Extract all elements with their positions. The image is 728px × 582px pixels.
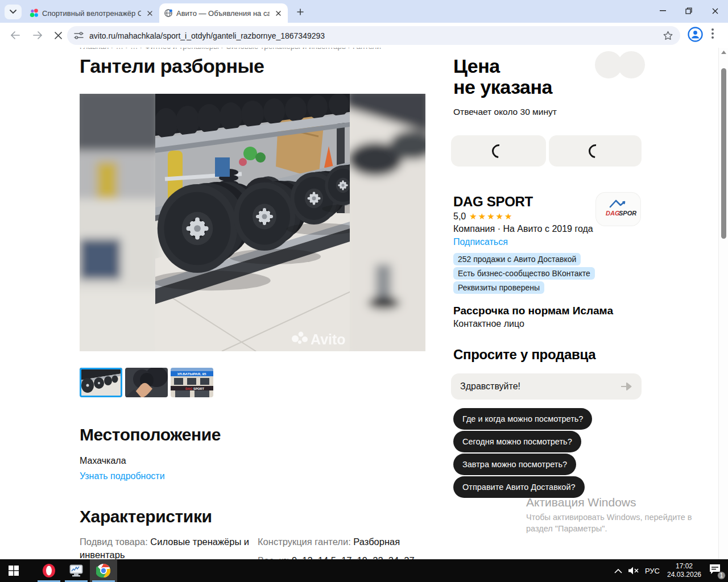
storefront-sign-sport: SPORT [193,387,205,390]
restore-icon [685,7,692,14]
seller-badges: 252 продажи с Авито Доставкой Есть бизне… [453,253,624,296]
badge-verified: Реквизиты проверены [453,281,544,294]
thumbnail-2-hand-plate[interactable] [125,368,168,397]
tab-bike-trainer[interactable]: Спортивный велотренажёр О [25,3,159,23]
back-icon [10,31,20,39]
opera-icon [42,563,56,578]
badge-sales: 252 продажи с Авито Доставкой [453,253,581,265]
secondary-action-button-loading[interactable] [549,135,642,167]
location-heading: Местоположение [80,425,221,444]
bookmark-star-icon[interactable] [663,31,673,41]
watermark-text: Avito [311,331,346,347]
site-settings-icon [74,31,84,40]
windows-taskbar: РУС 17:02 24.03.2026 1 [0,559,728,582]
share-button-skeleton[interactable] [618,51,645,78]
globe-favicon [164,9,173,18]
screen: Спортивный велотренажёр О Авито — Объявл… [0,0,728,582]
seller-info: Компания · На Авито с 2019 года [453,224,593,234]
taskbar-task-manager[interactable] [63,559,90,582]
scrollbar-thumb[interactable] [721,68,726,239]
message-input[interactable]: Здравствуйте! [451,373,642,400]
photo-blur-right [346,94,425,351]
forward-icon [33,31,43,39]
breadcrumb[interactable]: Главная › … › … › Фитнес и тренажеры › С… [80,48,444,52]
plus-icon [297,9,304,15]
new-tab-button[interactable] [293,5,307,19]
minimize-button[interactable] [650,0,676,22]
location-city: Махачкала [80,456,126,466]
windows-activation-watermark: Активация Windows Чтобы активировать Win… [526,496,692,534]
close-window-button[interactable] [702,0,728,22]
characteristic-item: Конструкция гантели: Разборная Вес, кг: … [258,535,432,559]
close-tab-icon[interactable] [144,8,155,18]
logo-text-sport: SPORT [619,210,636,217]
chrome-icon [96,563,111,578]
characteristic-item: Подвид товара: Силовые тренажёры и инвен… [80,535,250,559]
minimize-icon [660,10,666,11]
seller-contact-label: Контактное лицо [453,319,524,329]
language-indicator[interactable]: РУС [645,567,660,575]
tab-avito-listing[interactable]: Авито — Объявления на сайте [159,3,288,23]
tray-expand-icon[interactable] [614,568,622,573]
characteristic-item: Вес, кг: 9, 12, 14,5, 17, 19, 22, 24, 27… [258,554,432,559]
browser-menu-button[interactable] [712,28,714,39]
taskbar-clock[interactable]: 17:02 24.03.2026 [665,562,703,579]
loading-spinner-icon [489,142,508,161]
close-tab-icon[interactable] [273,8,283,18]
photo-blur-left [80,94,161,351]
rating-stars-icon: ★★★★★ [469,211,513,221]
characteristics-list: Подвид товара: Силовые тренажёры и инвен… [80,535,432,559]
storefront-sign-dag: DAG [185,387,192,390]
message-input-value: Здравствуйте! [460,381,620,392]
storefront-banner-text: УЛ.БАТЫРАЯ, 95 [177,372,206,376]
page-title: Гантели разборные [80,55,264,77]
send-icon[interactable] [620,381,632,392]
location-details-link[interactable]: Узнать подробности [80,471,165,481]
loading-spinner-icon [586,142,605,161]
price-line-2: не указана [453,76,552,98]
seller-name[interactable]: DAG SPORT [453,194,533,210]
close-icon [712,8,718,14]
tab-search-button[interactable] [5,5,22,19]
volume-muted-icon[interactable] [628,566,639,575]
taskbar-chrome[interactable] [90,559,117,582]
seller-rating[interactable]: 5,0★★★★★ [453,211,514,222]
restore-button[interactable] [676,0,702,22]
quick-question-delivery[interactable]: Отправите Авито Доставкой? [453,476,585,498]
main-photo[interactable]: Avito [80,94,425,351]
system-tray: РУС 17:02 24.03.2026 1 [614,559,723,582]
forward-button[interactable] [30,27,46,43]
notification-center-button[interactable]: 1 [709,563,723,578]
thumbnail-3-storefront[interactable]: УЛ.БАТЫРАЯ, 95 DAG SPORT [171,368,213,397]
window-controls [650,0,728,22]
url-bar[interactable]: avito.ru/mahachkala/sport_i_otdyh/gantel… [67,26,680,45]
response-time: Отвечает около 30 минут [453,107,557,117]
characteristics-heading: Характеристики [80,507,212,526]
back-button[interactable] [7,27,23,43]
badge-vk: Есть бизнес-сообщество ВКонтакте [453,267,595,280]
chevron-down-icon [10,10,16,14]
rating-value: 5,0 [453,211,466,221]
logo-text-dag: DAG [606,210,620,217]
scroll-up-icon[interactable] [721,50,727,55]
task-manager-icon [69,564,84,577]
start-button[interactable] [0,559,27,582]
page-scrollbar[interactable] [718,48,728,559]
avito-favicon [30,9,39,18]
primary-action-button-loading[interactable] [451,135,546,167]
profile-avatar[interactable] [688,27,703,44]
tab-title: Авито — Объявления на сайте [176,9,270,18]
stop-icon [55,32,62,39]
price-line-1: Цена [453,55,500,77]
quick-question-tomorrow[interactable]: Завтра можно посмотреть? [453,454,576,475]
quick-question-today[interactable]: Сегодня можно посмотреть? [453,431,581,452]
quick-question-where-when[interactable]: Где и когда можно посмотреть? [453,408,592,430]
seller-logo[interactable]: DAG SPORT [596,193,640,226]
thumbnail-1-dumbbells[interactable] [80,368,122,397]
subscribe-link[interactable]: Подписаться [453,237,508,247]
notification-badge: 1 [717,571,726,580]
windows-logo-icon [9,566,19,576]
clock-time: 17:02 [665,562,703,571]
taskbar-opera[interactable] [35,559,63,582]
stop-loading-button[interactable] [50,27,66,43]
